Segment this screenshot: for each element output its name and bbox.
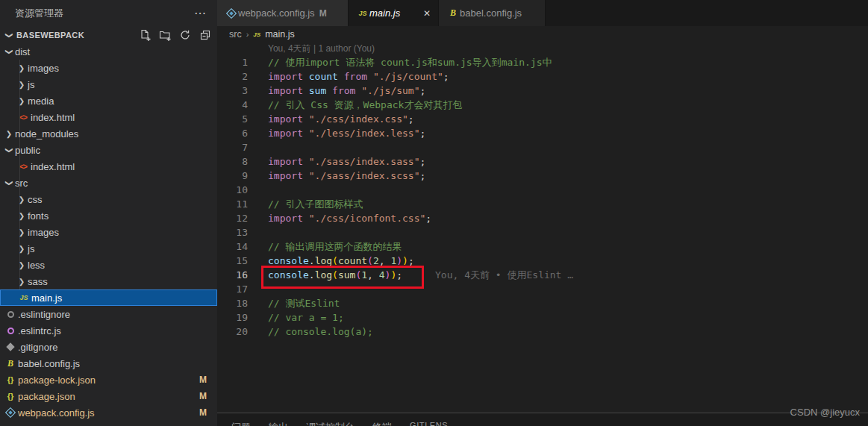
code-line-4[interactable]: 4// 引入 Css 资源，Webpack才会对其打包 — [217, 98, 868, 112]
chevron-down-icon: ❯ — [5, 144, 13, 156]
tree-item-package-json[interactable]: {}package.jsonM — [0, 388, 217, 404]
tree-item-images[interactable]: ❯images — [0, 60, 217, 76]
webpack-icon — [225, 10, 238, 17]
code-editor[interactable]: You, 4天前 | 1 author (You) 1// 使用import 语… — [217, 43, 868, 339]
code-line-5[interactable]: 5import "./css/index.css"; — [217, 112, 868, 126]
explorer-sidebar: 资源管理器 ⋯ ❯ BASEWEBPACK — [0, 0, 217, 426]
code-line-16[interactable]: 16console.log(sum(1, 4));You, 4天前 • 使用Es… — [217, 268, 868, 282]
tree-item-index-html[interactable]: <>index.html — [0, 109, 217, 125]
tree-item-package-lock-json[interactable]: {}package-lock.jsonM — [0, 372, 217, 388]
code-line-15[interactable]: 15console.log(count(2, 1)); — [217, 254, 868, 268]
tree-item--gitignore[interactable]: .gitignore — [0, 339, 217, 355]
more-actions-icon[interactable]: ⋯ — [194, 10, 207, 17]
tree-item-src[interactable]: ❯src — [0, 175, 217, 191]
tree-item-label: .eslintrc.js — [18, 325, 61, 336]
tree-item-public[interactable]: ❯public — [0, 142, 217, 158]
code-text: console.log(count(2, 1)); — [268, 254, 414, 268]
tree-item-images[interactable]: ❯images — [0, 224, 217, 240]
tree-item-label: js — [28, 79, 34, 90]
chevron-right-icon: ❯ — [16, 64, 28, 72]
tab-bar: webpack.config.js M JS main.js ✕ B babel… — [217, 0, 868, 26]
tree-item-fonts[interactable]: ❯fonts — [0, 207, 217, 224]
collapse-all-icon[interactable] — [199, 29, 211, 41]
code-line-2[interactable]: 2import count from "./js/count"; — [217, 69, 868, 84]
tree-item-label: main.js — [31, 292, 62, 304]
panel-tab-调试控制台[interactable]: 调试控制台 — [306, 421, 355, 426]
tab-main-js[interactable]: JS main.js ✕ — [349, 0, 439, 26]
panel-tab-strip: 问题输出调试控制台终端GITLENS — [217, 421, 868, 426]
tree-item-label: fonts — [28, 210, 49, 222]
code-text: // 引入子图图标样式 — [268, 197, 363, 211]
close-icon[interactable]: ✕ — [423, 8, 431, 19]
chevron-right-icon: ❯ — [16, 261, 28, 269]
code-text: import sum from "./js/sum"; — [268, 84, 425, 98]
tree-item-babel-config-js[interactable]: Bbabel.config.js — [0, 355, 217, 372]
new-folder-icon[interactable] — [159, 29, 171, 41]
code-text: import "./less/index.less"; — [268, 126, 425, 140]
new-file-icon[interactable] — [139, 29, 151, 41]
code-line-13[interactable]: 13 — [217, 225, 868, 239]
panel-tab-终端[interactable]: 终端 — [372, 421, 392, 426]
code-line-19[interactable]: 19// var a = 1; — [217, 310, 868, 325]
modified-badge: M — [199, 391, 207, 401]
breadcrumb-file[interactable]: main.js — [265, 29, 295, 40]
tree-item-media[interactable]: ❯media — [0, 93, 217, 109]
gitlens-file-blame: You, 4天前 | 1 author (You) — [268, 43, 868, 55]
tree-item-dist[interactable]: ❯dist — [0, 43, 217, 60]
line-number: 15 — [217, 254, 268, 268]
panel-tab-gitlens[interactable]: GITLENS — [410, 421, 448, 426]
code-text: import count from "./js/count"; — [268, 69, 449, 84]
panel-tab-输出[interactable]: 输出 — [269, 421, 288, 426]
code-text: // console.log(a); — [268, 325, 373, 339]
refresh-icon[interactable] — [179, 29, 191, 41]
code-line-6[interactable]: 6import "./less/index.less"; — [217, 126, 868, 140]
project-root-label: BASEWEBPACK — [16, 31, 84, 40]
tree-item-label: .gitignore — [18, 342, 57, 353]
code-text: import "./css/index.css"; — [268, 112, 414, 126]
html-icon: <> — [16, 163, 31, 171]
code-line-9[interactable]: 9import "./sass/index.scss"; — [217, 169, 868, 183]
project-root-row[interactable]: ❯ BASEWEBPACK — [0, 27, 217, 43]
tree-item--eslintrc-js[interactable]: .eslintrc.js — [0, 322, 217, 339]
code-text: // 使用import 语法将 count.js和sum.js导入到main.j… — [268, 55, 552, 69]
line-number: 6 — [217, 126, 268, 140]
code-line-17[interactable]: 17 — [217, 282, 868, 296]
tree-item-label: media — [28, 95, 54, 107]
tree-item-node-modules[interactable]: ❯node_modules — [0, 125, 217, 142]
js-icon: JS — [253, 31, 260, 38]
tree-item-sass[interactable]: ❯sass — [0, 273, 217, 289]
code-line-14[interactable]: 14// 输出调用这两个函数的结果 — [217, 239, 868, 254]
code-line-1[interactable]: 1// 使用import 语法将 count.js和sum.js导入到main.… — [217, 55, 868, 69]
tree-item-label: dist — [15, 46, 30, 57]
tree-item-index-html[interactable]: <>index.html — [0, 158, 217, 175]
breadcrumb-folder[interactable]: src — [229, 29, 242, 40]
panel-tab-问题[interactable]: 问题 — [231, 421, 251, 426]
code-line-8[interactable]: 8import "./sass/index.sass"; — [217, 154, 868, 169]
tree-item-less[interactable]: ❯less — [0, 257, 217, 273]
tree-item-webpack-config-js[interactable]: webpack.config.jsM — [0, 404, 217, 421]
file-tree: ❯dist❯images❯js❯media<>index.html❯node_m… — [0, 43, 217, 421]
code-line-20[interactable]: 20// console.log(a); — [217, 325, 868, 339]
tab-label: webpack.config.js — [238, 7, 315, 19]
tab-babel-config[interactable]: B babel.config.js — [439, 0, 546, 26]
code-line-11[interactable]: 11// 引入子图图标样式 — [217, 197, 868, 211]
line-number: 18 — [217, 296, 268, 310]
code-line-10[interactable]: 10 — [217, 183, 868, 197]
tab-webpack-config[interactable]: webpack.config.js M — [217, 0, 349, 26]
vscode-window: 资源管理器 ⋯ ❯ BASEWEBPACK — [0, 0, 868, 426]
json-icon: {} — [3, 392, 18, 401]
tree-item-js[interactable]: ❯js — [0, 240, 217, 257]
tree-item-label: public — [15, 145, 40, 156]
tree-item--eslintignore[interactable]: .eslintignore — [0, 306, 217, 322]
code-line-12[interactable]: 12import "./css/iconfont.css"; — [217, 211, 868, 225]
chevron-down-icon: ❯ — [5, 46, 13, 57]
tree-item-css[interactable]: ❯css — [0, 191, 217, 207]
tree-item-main-js[interactable]: JSmain.js — [0, 289, 217, 306]
tree-item-label: src — [15, 178, 28, 189]
tree-item-label: .eslintignore — [18, 309, 70, 320]
code-line-3[interactable]: 3import sum from "./js/sum"; — [217, 84, 868, 98]
tree-item-js[interactable]: ❯js — [0, 76, 217, 93]
code-line-18[interactable]: 18// 测试Eslint — [217, 296, 868, 310]
babel-icon: B — [3, 358, 18, 369]
code-line-7[interactable]: 7 — [217, 140, 868, 154]
